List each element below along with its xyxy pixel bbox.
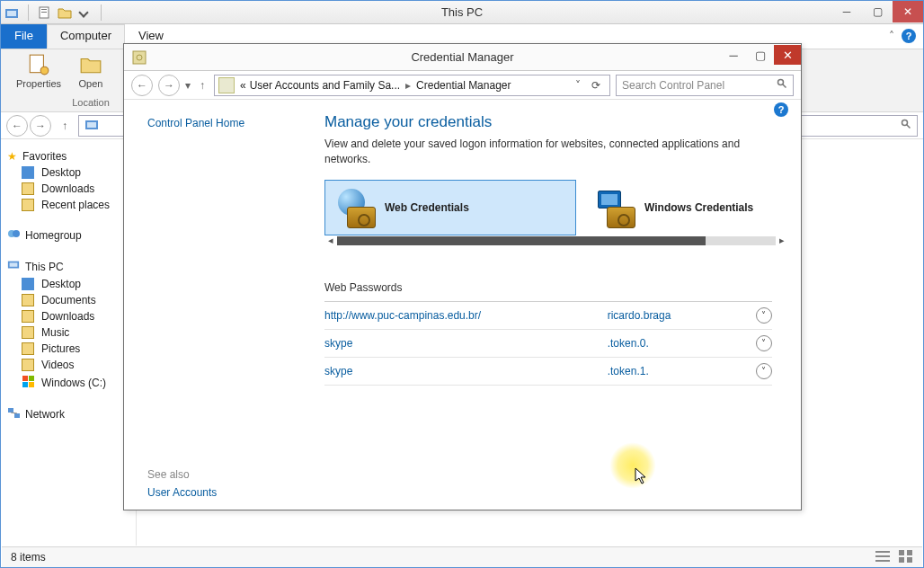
pc-downloads[interactable]: Downloads	[2, 308, 136, 324]
cm-close-button[interactable]: ✕	[774, 45, 801, 65]
favorites-recent[interactable]: Recent places	[2, 197, 136, 213]
svg-line-12	[907, 125, 911, 129]
credential-row[interactable]: skype.token.1.˅	[324, 358, 772, 386]
drive-icon	[22, 375, 34, 390]
windows-credentials-tab[interactable]: Windows Credentials	[585, 180, 783, 235]
svg-point-14	[13, 230, 20, 237]
svg-rect-26	[875, 560, 890, 562]
control-panel-home-link[interactable]: Control Panel Home	[147, 117, 244, 129]
cm-main-pane: ? Manage your credentials View and delet…	[317, 101, 801, 510]
pc-pictures[interactable]: Pictures	[2, 341, 136, 357]
maximize-button[interactable]: ▢	[862, 1, 893, 22]
tabs-scrollbar[interactable]: ◂ ▸	[324, 235, 788, 247]
new-folder-icon[interactable]	[58, 5, 72, 20]
properties-icon[interactable]	[38, 5, 52, 20]
svg-rect-18	[29, 376, 34, 381]
cm-forward-button[interactable]: →	[158, 75, 180, 96]
svg-rect-31	[133, 51, 146, 64]
breadcrumb-users[interactable]: User Accounts and Family Sa...	[248, 79, 402, 92]
svg-point-11	[902, 120, 908, 126]
pc-icon	[7, 259, 20, 274]
ribbon-collapse-icon[interactable]: ˄	[889, 30, 894, 42]
control-panel-icon	[218, 77, 235, 93]
expand-icon[interactable]: ˅	[756, 307, 772, 324]
close-button[interactable]: ✕	[893, 1, 923, 22]
cm-history-dropdown-icon[interactable]: ▾	[185, 79, 191, 92]
credential-site: skype	[324, 365, 584, 377]
cm-title-text: Credential Manager	[411, 50, 513, 64]
forward-button[interactable]: →	[30, 115, 51, 137]
favorites-desktop[interactable]: Desktop	[2, 164, 136, 181]
cm-address-bar[interactable]: « User Accounts and Family Sa... ▸ Crede…	[214, 75, 610, 96]
user-accounts-link[interactable]: User Accounts	[147, 486, 303, 499]
pc-windowsc[interactable]: Windows (C:)	[2, 373, 136, 392]
credential-user: .token.1.	[608, 365, 733, 377]
svg-rect-10	[87, 122, 96, 128]
up-button[interactable]: ↑	[57, 120, 73, 132]
cm-minimize-button[interactable]: ─	[720, 45, 747, 65]
tab-computer[interactable]: Computer	[47, 24, 125, 49]
details-view-icon[interactable]	[875, 550, 890, 565]
expand-icon[interactable]: ˅	[756, 363, 772, 379]
status-items: 8 items	[11, 551, 46, 564]
qat-dropdown-icon[interactable]	[77, 5, 92, 20]
pc-videos[interactable]: Videos	[2, 357, 136, 373]
star-icon: ★	[7, 150, 17, 163]
breadcrumb-cred-mgr[interactable]: Credential Manager	[414, 79, 512, 92]
icons-view-icon[interactable]	[899, 550, 913, 565]
help-icon[interactable]: ?	[902, 29, 916, 43]
homegroup-icon	[7, 227, 20, 243]
svg-rect-4	[41, 12, 47, 13]
svg-rect-3	[41, 9, 47, 10]
pc-desktop[interactable]: Desktop	[2, 276, 136, 292]
pc-music[interactable]: Music	[2, 324, 136, 341]
svg-rect-16	[10, 262, 18, 266]
expand-icon[interactable]: ˅	[756, 335, 772, 351]
properties-button[interactable]: Properties	[19, 53, 58, 89]
svg-line-34	[783, 84, 786, 88]
network-header[interactable]: Network	[2, 404, 136, 423]
svg-rect-30	[907, 557, 912, 563]
credential-row[interactable]: skype.token.0.˅	[324, 330, 772, 358]
svg-line-23	[11, 413, 17, 413]
cm-description: View and delete your saved logon informa…	[324, 137, 747, 167]
web-credentials-label: Web Credentials	[385, 201, 469, 214]
cm-back-button[interactable]: ←	[131, 75, 153, 96]
web-credentials-tab[interactable]: Web Credentials	[324, 180, 576, 235]
minimize-button[interactable]: ─	[831, 1, 862, 22]
svg-rect-28	[907, 550, 912, 555]
scroll-left-icon[interactable]: ◂	[324, 235, 337, 247]
credential-user: ricardo.braga	[608, 309, 733, 322]
thispc-header[interactable]: This PC	[2, 257, 136, 276]
favorites-header[interactable]: ★ Favorites	[2, 148, 136, 164]
web-passwords-section: Web Passwords http://www.puc-campinas.ed…	[324, 281, 772, 386]
svg-rect-22	[14, 413, 20, 418]
cm-maximize-button[interactable]: ▢	[747, 45, 774, 65]
favorites-downloads[interactable]: Downloads	[2, 181, 136, 197]
cm-search-input[interactable]: Search Control Panel	[616, 75, 794, 96]
svg-rect-19	[22, 382, 28, 387]
open-button[interactable]: Open	[71, 53, 111, 89]
app-icon	[4, 5, 19, 20]
refresh-button[interactable]: ⟳	[586, 79, 606, 92]
cm-up-button[interactable]: ↑	[196, 79, 209, 92]
homegroup-header[interactable]: Homegroup	[2, 226, 136, 244]
cm-help-icon[interactable]: ?	[774, 102, 788, 117]
address-dropdown-icon[interactable]: ˅	[570, 79, 586, 92]
scroll-right-icon[interactable]: ▸	[776, 235, 788, 247]
svg-rect-29	[899, 557, 904, 563]
svg-rect-27	[899, 550, 904, 555]
tab-file[interactable]: File	[1, 24, 47, 49]
credential-user: .token.0.	[608, 337, 733, 350]
svg-point-33	[778, 80, 784, 85]
svg-rect-21	[8, 408, 13, 413]
pc-documents[interactable]: Documents	[2, 292, 136, 308]
back-button[interactable]: ←	[6, 115, 28, 137]
credential-row[interactable]: http://www.puc-campinas.edu.br/ricardo.b…	[324, 302, 772, 330]
cm-nav-bar: ← → ▾ ↑ « User Accounts and Family Sa...…	[124, 71, 801, 100]
svg-rect-1	[7, 11, 16, 16]
svg-rect-25	[875, 555, 890, 557]
breadcrumb-prefix[interactable]: «	[238, 79, 248, 92]
search-icon	[777, 78, 787, 92]
svg-rect-17	[22, 376, 28, 381]
